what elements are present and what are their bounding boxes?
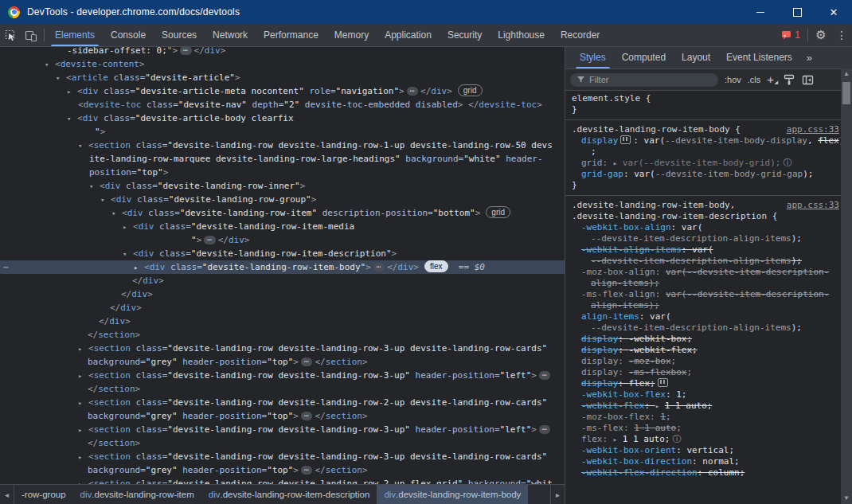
style-row[interactable]: flex: ▸ 1 1 auto;ⓘ	[569, 434, 839, 445]
kebab-menu-button[interactable]: ⋮	[831, 25, 852, 45]
style-row[interactable]: -webkit-align-items: var(	[569, 244, 839, 256]
tab-memory[interactable]: Memory	[326, 24, 377, 46]
tree-row[interactable]: </section>	[0, 436, 565, 450]
node-ellipsis-button[interactable]: ⋯	[204, 236, 215, 244]
tree-row[interactable]: </section>	[0, 328, 565, 342]
breadcrumb-scroll-right-button[interactable]: ▸	[550, 485, 565, 504]
minimize-button[interactable]	[742, 0, 779, 24]
row-gutter-menu-icon[interactable]: ⋯	[3, 260, 9, 274]
tab-elements[interactable]: Elements	[47, 24, 103, 46]
tree-row[interactable]: </div>	[0, 274, 565, 287]
tree-row[interactable]: background="grey" header-position="top">…	[0, 463, 565, 477]
tree-row[interactable]: position="top">	[0, 166, 565, 179]
style-row[interactable]: -webkit-flex-direction: column;	[569, 467, 839, 478]
styles-scrollbar[interactable]: ▲ ▼	[841, 68, 852, 504]
scrollbar-thumb[interactable]	[842, 82, 850, 104]
style-row[interactable]: align-items);	[569, 300, 839, 311]
sidebar-tab-event-listeners[interactable]: Event Listeners	[718, 47, 800, 68]
node-ellipsis-button[interactable]: ⋯	[539, 371, 550, 380]
disclosure-arrow-icon[interactable]: ▸	[78, 451, 88, 464]
tree-row[interactable]: ⋯▸<div class="devsite-landing-row-item-b…	[0, 260, 565, 274]
style-row[interactable]: --devsite-item-description-align-items);	[569, 256, 839, 267]
style-row[interactable]: -webkit-box-orient: vertical;	[569, 445, 839, 456]
style-row[interactable]: -moz-box-flex: 1;	[569, 412, 839, 423]
style-row[interactable]: display: -ms-flexbox;	[569, 367, 839, 378]
tab-recorder[interactable]: Recorder	[553, 24, 608, 46]
tree-row[interactable]: ▾<devsite-content>	[0, 57, 565, 71]
disclosure-arrow-icon[interactable]: ▸	[134, 261, 144, 275]
style-row[interactable]: -webkit-box-flex: 1;	[569, 389, 839, 400]
tab-application[interactable]: Application	[377, 24, 440, 46]
tree-row[interactable]: ▸<section class="devsite-landing-row dev…	[0, 477, 565, 484]
style-row[interactable]: }	[569, 180, 839, 191]
disclosure-arrow-icon[interactable]: ▸	[67, 85, 77, 99]
tree-row[interactable]: ▸<section class="devsite-landing-row dev…	[0, 396, 565, 409]
tree-row[interactable]: background="grey" header-position="top">…	[0, 409, 565, 423]
style-row[interactable]: -ms-flex: 1 1 auto;	[569, 423, 839, 434]
tree-row[interactable]: ▾<div class="devsite-landing-row-group">	[0, 193, 565, 206]
disclosure-arrow-icon[interactable]: ▸	[78, 397, 88, 410]
tab-network[interactable]: Network	[205, 24, 256, 46]
tree-row[interactable]: ">	[0, 125, 565, 139]
toggle-hover-state-button[interactable]: :hov	[725, 75, 741, 84]
disclosure-arrow-icon[interactable]: ▾	[56, 72, 66, 85]
maximize-button[interactable]	[779, 0, 815, 24]
node-ellipsis-button[interactable]: ⋯	[539, 425, 550, 434]
style-row[interactable]: app.css:33.devsite-landing-row-item-body…	[569, 124, 839, 135]
tree-row[interactable]: ▸<section class="devsite-landing-row dev…	[0, 423, 565, 436]
style-row[interactable]: --devsite-item-description-align-items);	[569, 233, 839, 244]
style-row[interactable]: grid: ▸ var(--devsite-item-body-grid);ⓘ	[569, 158, 839, 169]
breadcrumb-scroll-left-button[interactable]: ◂	[0, 485, 14, 504]
style-row[interactable]: -webkit-box-direction: normal;	[569, 456, 839, 467]
tab-lighthouse[interactable]: Lighthouse	[490, 24, 553, 46]
close-button[interactable]: ✕	[815, 0, 852, 24]
node-ellipsis-button[interactable]: ⋯	[407, 87, 418, 96]
more-tabs-icon[interactable]: »	[800, 52, 818, 64]
tree-row[interactable]: ite-landing-row-marquee devsite-landing-…	[0, 152, 565, 166]
node-ellipsis-button[interactable]: ⋯	[301, 412, 312, 420]
sidebar-tab-styles[interactable]: Styles	[572, 47, 614, 68]
style-row[interactable]: app.css:33.devsite-landing-row-item-body…	[569, 200, 839, 211]
scroll-up-icon[interactable]: ▲	[843, 68, 850, 80]
style-row[interactable]: -ms-flex-align: var(--devsite-item-descr…	[569, 289, 839, 300]
style-row[interactable]: display: -moz-box;	[569, 356, 839, 367]
tree-row[interactable]: background="grey" header-position="top">…	[0, 355, 565, 369]
tab-security[interactable]: Security	[440, 24, 490, 46]
settings-button[interactable]: ⚙	[811, 25, 831, 45]
breadcrumb-item[interactable]: -row-group	[14, 485, 73, 504]
tree-row[interactable]: ▾<div class="devsite-article-body clearf…	[0, 111, 565, 125]
node-ellipsis-button[interactable]: ⋯	[180, 46, 191, 55]
breadcrumb-item[interactable]: div.devsite-landing-row-item-description	[201, 485, 377, 504]
inspect-element-button[interactable]	[0, 25, 21, 45]
style-row[interactable]: ;	[569, 147, 839, 158]
style-row[interactable]: grid-gap: var(--devsite-item-body-grid-g…	[569, 169, 839, 180]
toggle-computed-sidebar-button[interactable]	[802, 75, 814, 85]
flex-editor-icon[interactable]	[658, 378, 668, 387]
tree-row[interactable]: ▸<div class="devsite-article-meta nocont…	[0, 84, 565, 98]
tree-row[interactable]: ">⋯</div>	[0, 233, 565, 247]
style-row[interactable]: }	[569, 104, 839, 115]
tree-row[interactable]: ▸<section class="devsite-landing-row dev…	[0, 342, 565, 355]
disclosure-arrow-icon[interactable]: ▸	[123, 221, 133, 234]
disclosure-arrow-icon[interactable]: ▾	[78, 139, 88, 153]
style-row[interactable]: display: flex;	[569, 378, 839, 389]
tree-row[interactable]: </div>	[0, 315, 565, 328]
tree-row[interactable]: ▾<section class="devsite-landing-row dev…	[0, 139, 565, 152]
styles-filter-input[interactable]: Filter	[570, 73, 718, 87]
style-row[interactable]: align-items);	[569, 278, 839, 289]
disclosure-arrow-icon[interactable]: ▾	[123, 248, 133, 261]
scroll-down-icon[interactable]: ▼	[843, 493, 850, 504]
style-row[interactable]: display: -webkit-flex;	[569, 345, 839, 356]
style-row[interactable]: --devsite-item-description-align-items);	[569, 322, 839, 334]
issues-button[interactable]: 1	[776, 29, 805, 41]
stylesheet-link[interactable]: app.css:33	[787, 200, 839, 211]
device-toolbar-button[interactable]	[21, 25, 41, 45]
tree-row[interactable]: <devsite-toc class="devsite-nav" depth="…	[0, 98, 565, 111]
disclosure-arrow-icon[interactable]: ▸	[78, 478, 88, 484]
grid-badge[interactable]: grid	[458, 84, 483, 96]
toggle-element-classes-button[interactable]: .cls	[748, 75, 761, 84]
disclosure-arrow-icon[interactable]: ▾	[67, 112, 77, 126]
stylesheet-link[interactable]: app.css:33	[787, 124, 839, 135]
node-ellipsis-button[interactable]: ⋯	[301, 466, 312, 475]
disclosure-arrow-icon[interactable]: ▾	[45, 58, 55, 72]
